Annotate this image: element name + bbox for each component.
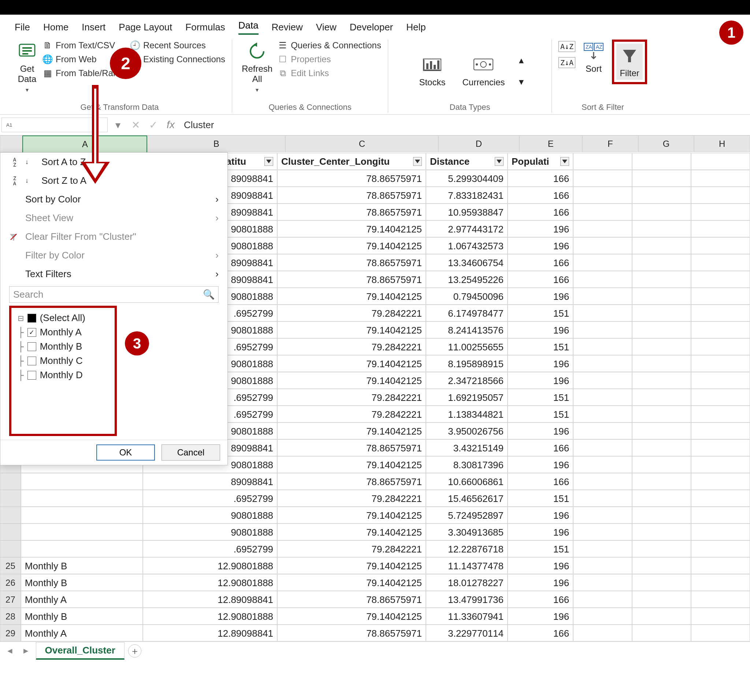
cell[interactable]: 79.14042125 — [277, 557, 426, 574]
ok-button[interactable]: OK — [96, 444, 155, 461]
cell[interactable] — [691, 254, 750, 271]
cell[interactable] — [632, 372, 691, 389]
ribbon-tab-home[interactable]: Home — [43, 21, 69, 33]
get-data-button[interactable]: Get Data ▾ — [14, 40, 40, 95]
cell[interactable]: 166 — [507, 271, 573, 288]
cell[interactable] — [632, 254, 691, 271]
cell[interactable]: 3.950026756 — [426, 422, 507, 439]
cell[interactable] — [632, 288, 691, 305]
cell[interactable] — [632, 338, 691, 355]
cell[interactable]: 166 — [507, 591, 573, 608]
cell[interactable] — [573, 389, 632, 406]
cell[interactable]: 15.46562617 — [426, 490, 507, 507]
cell[interactable] — [632, 204, 691, 220]
cell[interactable]: 151 — [507, 338, 573, 355]
cell[interactable] — [573, 321, 632, 338]
cell[interactable] — [573, 456, 632, 473]
checkbox[interactable] — [28, 371, 36, 380]
cell[interactable]: 0.79450096 — [426, 288, 507, 305]
cell[interactable]: 1.692195057 — [426, 389, 507, 406]
header-cell-lon[interactable]: Cluster_Center_Longitu — [277, 153, 426, 170]
from-text-csv-link[interactable]: 🗎From Text/CSV — [43, 40, 128, 51]
cell[interactable] — [691, 422, 750, 439]
stocks-button[interactable]: Stocks — [416, 53, 448, 89]
cancel-button[interactable]: Cancel — [161, 444, 220, 461]
empty-cell[interactable] — [632, 153, 691, 170]
cell[interactable] — [632, 220, 691, 237]
cell[interactable] — [573, 507, 632, 523]
cell[interactable] — [632, 406, 691, 422]
cell[interactable] — [632, 574, 691, 591]
header-cell-population[interactable]: Populati — [507, 153, 573, 170]
cell[interactable]: 166 — [507, 204, 573, 220]
cell[interactable]: 196 — [507, 574, 573, 591]
row-number[interactable] — [0, 490, 21, 507]
currencies-button[interactable]: Currencies — [459, 53, 507, 89]
cell[interactable] — [691, 220, 750, 237]
cell[interactable]: 6.174978477 — [426, 305, 507, 321]
cell[interactable]: 78.86575971 — [277, 591, 426, 608]
filter-option[interactable]: ├Monthly A — [14, 325, 112, 339]
cell[interactable]: Monthly B — [21, 574, 143, 591]
cell[interactable] — [573, 288, 632, 305]
cell[interactable]: 166 — [507, 439, 573, 456]
cell[interactable]: 78.86575971 — [277, 473, 426, 490]
cell[interactable]: 79.14042125 — [277, 321, 426, 338]
cell[interactable]: 78.86575971 — [277, 271, 426, 288]
cell[interactable]: 79.14042125 — [277, 372, 426, 389]
header-cell-distance[interactable]: Distance — [426, 153, 507, 170]
ribbon-tab-developer[interactable]: Developer — [350, 21, 393, 33]
cell[interactable]: .6952799 — [143, 540, 277, 557]
column-head-E[interactable]: E — [519, 135, 582, 152]
empty-cell[interactable] — [691, 153, 750, 170]
cell[interactable]: 90801888 — [143, 507, 277, 523]
cell[interactable]: 166 — [507, 170, 573, 187]
cell[interactable]: 79.2842221 — [277, 406, 426, 422]
filter-handle-icon[interactable] — [495, 157, 504, 166]
column-head-B[interactable]: B — [147, 135, 285, 152]
cell[interactable]: 196 — [507, 321, 573, 338]
cell[interactable]: 78.86575971 — [277, 187, 426, 204]
cell[interactable]: 12.90801888 — [143, 608, 277, 625]
cell[interactable] — [573, 523, 632, 540]
cell[interactable] — [573, 406, 632, 422]
cell[interactable]: 13.25495226 — [426, 271, 507, 288]
cell[interactable] — [573, 355, 632, 372]
cell[interactable]: 7.833182431 — [426, 187, 507, 204]
cell[interactable]: 3.43215149 — [426, 439, 507, 456]
cell[interactable] — [632, 187, 691, 204]
cell[interactable]: 13.34606754 — [426, 254, 507, 271]
cell[interactable] — [632, 456, 691, 473]
cell[interactable] — [573, 338, 632, 355]
cell[interactable] — [632, 355, 691, 372]
checkbox[interactable] — [28, 328, 36, 337]
cell[interactable] — [632, 321, 691, 338]
cell[interactable]: 78.86575971 — [277, 625, 426, 642]
cell[interactable]: 196 — [507, 456, 573, 473]
cell[interactable]: 11.33607941 — [426, 608, 507, 625]
cell[interactable]: 196 — [507, 608, 573, 625]
column-head-H[interactable]: H — [694, 135, 750, 152]
cell[interactable] — [573, 473, 632, 490]
cell[interactable] — [691, 507, 750, 523]
cell[interactable] — [691, 456, 750, 473]
ribbon-tab-data[interactable]: Data — [238, 20, 258, 35]
cell[interactable] — [632, 523, 691, 540]
cell[interactable] — [573, 439, 632, 456]
cell[interactable]: .6952799 — [143, 490, 277, 507]
cell[interactable] — [573, 187, 632, 204]
cell[interactable] — [691, 372, 750, 389]
cell[interactable]: Monthly B — [21, 557, 143, 574]
cell[interactable] — [573, 305, 632, 321]
cell[interactable]: 3.304913685 — [426, 523, 507, 540]
fx-icon[interactable]: fx — [162, 119, 180, 131]
cell[interactable] — [573, 422, 632, 439]
cell[interactable]: 196 — [507, 220, 573, 237]
recent-sources-link[interactable]: 🕘Recent Sources — [131, 40, 225, 51]
ribbon-tab-review[interactable]: Review — [272, 21, 303, 33]
cell[interactable] — [691, 204, 750, 220]
cell[interactable] — [632, 389, 691, 406]
cell[interactable]: 166 — [507, 625, 573, 642]
filter-handle-icon[interactable] — [264, 157, 273, 166]
cell[interactable]: 78.86575971 — [277, 439, 426, 456]
